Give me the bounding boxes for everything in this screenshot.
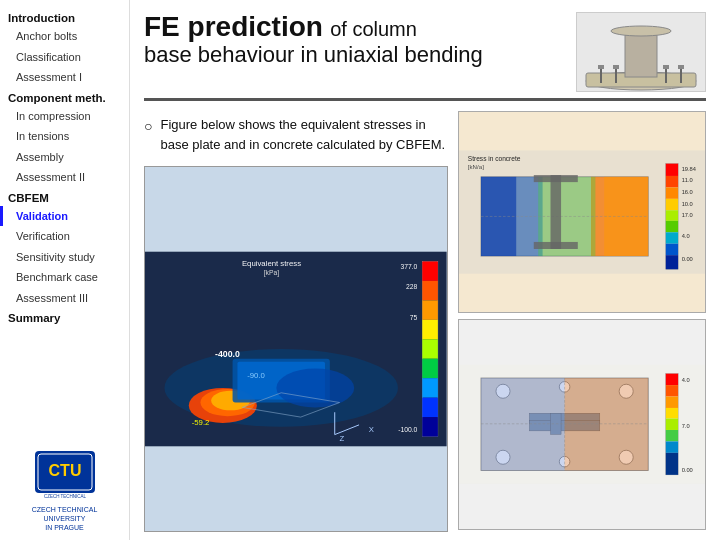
sidebar-logo: CTU CZECH TECHNICAL CZECH TECHNICALUNIVE… — [0, 438, 129, 540]
svg-text:75: 75 — [410, 314, 418, 321]
svg-text:0.00: 0.00 — [681, 256, 692, 262]
svg-text:11.0: 11.0 — [681, 177, 692, 183]
concrete-stress-svg: Stress in concrete [kN/a] — [459, 112, 705, 312]
svg-text:10.0: 10.0 — [681, 201, 692, 207]
svg-text:16.0: 16.0 — [681, 189, 692, 195]
svg-rect-68 — [665, 244, 677, 255]
svg-text:Z: Z — [340, 434, 345, 443]
svg-rect-6 — [625, 31, 657, 77]
svg-rect-35 — [422, 359, 438, 378]
svg-text:4.0: 4.0 — [681, 233, 689, 239]
title-subtitle: base behaviour in uniaxial bending — [144, 43, 483, 67]
sidebar-item-classification[interactable]: Classification — [0, 47, 129, 68]
svg-text:228: 228 — [406, 283, 418, 290]
content-area: ○ Figure below shows the equivalent stre… — [144, 111, 706, 532]
sidebar-item-assembly[interactable]: Assembly — [0, 147, 129, 168]
svg-text:X: X — [369, 425, 375, 434]
column-3d-icon — [581, 13, 701, 91]
sidebar-item-in-tensions[interactable]: In tensions — [0, 126, 129, 147]
svg-text:Equivalent stress: Equivalent stress — [242, 259, 301, 268]
svg-text:CZECH TECHNICAL: CZECH TECHNICAL — [43, 494, 86, 499]
svg-text:[kPa]: [kPa] — [264, 269, 280, 277]
svg-rect-12 — [598, 65, 604, 69]
sidebar-item-verification[interactable]: Verification — [0, 226, 129, 247]
svg-rect-93 — [665, 374, 677, 385]
svg-rect-95 — [665, 397, 677, 408]
svg-rect-33 — [422, 320, 438, 339]
sidebar-item-validation[interactable]: Validation — [0, 206, 129, 227]
right-panel: Stress in concrete [kN/a] — [458, 111, 706, 532]
svg-rect-99 — [665, 441, 677, 452]
sidebar-item-anchor-bolts[interactable]: Anchor bolts — [0, 26, 129, 47]
main-content: FE prediction of column base behaviour i… — [130, 0, 720, 540]
svg-rect-34 — [422, 339, 438, 358]
svg-rect-38 — [422, 417, 438, 436]
svg-rect-14 — [613, 65, 619, 69]
sidebar-item-sensitivity-study[interactable]: Sensitivity study — [0, 247, 129, 268]
svg-rect-59 — [550, 175, 561, 249]
svg-rect-62 — [665, 176, 677, 187]
base-plate-stress-image: 4.0 7.0 0.00 — [458, 319, 706, 530]
sidebar-header-cbfem[interactable]: CBFEM — [0, 188, 129, 206]
svg-point-7 — [611, 26, 671, 36]
svg-text:17.0: 17.0 — [681, 212, 692, 218]
svg-rect-100 — [665, 453, 677, 475]
page-title-row: FE prediction of column base behaviour i… — [144, 12, 706, 101]
svg-rect-64 — [665, 199, 677, 210]
svg-rect-66 — [665, 221, 677, 232]
svg-rect-65 — [665, 210, 677, 221]
svg-text:-400.0: -400.0 — [215, 349, 240, 359]
title-of-column: of column — [330, 18, 417, 40]
svg-text:Stress in concrete: Stress in concrete — [467, 155, 520, 162]
sidebar-item-assessment-ii[interactable]: Assessment II — [0, 167, 129, 188]
svg-text:4.0: 4.0 — [681, 378, 689, 384]
svg-rect-89 — [564, 378, 648, 470]
header-3d-image — [576, 12, 706, 92]
bullet-text: ○ Figure below shows the equivalent stre… — [144, 111, 448, 158]
left-panel: ○ Figure below shows the equivalent stre… — [144, 111, 448, 532]
sidebar-item-assessment-i[interactable]: Assessment I — [0, 67, 129, 88]
svg-text:19.84: 19.84 — [681, 166, 695, 172]
bullet-icon: ○ — [144, 116, 152, 154]
svg-rect-94 — [665, 385, 677, 396]
fem-stress-image: Equivalent stress [kPa] -400.0 -59.2 -90… — [145, 167, 447, 531]
svg-text:[kN/a]: [kN/a] — [467, 163, 483, 170]
logo-text: CZECH TECHNICALUNIVERSITYIN PRAGUE — [32, 505, 98, 532]
svg-rect-36 — [422, 378, 438, 397]
page-title: FE prediction of column base behaviour i… — [144, 12, 483, 67]
svg-rect-13 — [678, 65, 684, 69]
svg-rect-98 — [665, 430, 677, 441]
svg-rect-88 — [481, 378, 565, 470]
base-plate-stress-svg: 4.0 7.0 0.00 — [459, 320, 705, 529]
svg-text:CTU: CTU — [48, 462, 81, 479]
svg-rect-61 — [665, 164, 677, 176]
fem-image-left: Equivalent stress [kPa] -400.0 -59.2 -90… — [144, 166, 448, 532]
svg-text:-100.0: -100.0 — [398, 426, 417, 433]
svg-text:7.0: 7.0 — [681, 423, 689, 429]
svg-text:-59.2: -59.2 — [192, 418, 210, 427]
sidebar: Introduction Anchor bolts Classification… — [0, 0, 130, 540]
svg-rect-37 — [422, 398, 438, 417]
svg-rect-30 — [422, 261, 438, 280]
bullet-content: Figure below shows the equivalent stress… — [160, 115, 447, 154]
svg-text:377.0: 377.0 — [400, 263, 417, 270]
svg-rect-15 — [663, 65, 669, 69]
ctu-logo-icon: CTU CZECH TECHNICAL — [30, 446, 100, 501]
svg-point-23 — [276, 368, 354, 407]
svg-text:-90.0: -90.0 — [247, 371, 265, 380]
svg-rect-32 — [422, 300, 438, 319]
svg-rect-96 — [665, 408, 677, 419]
svg-text:0.00: 0.00 — [681, 467, 692, 473]
svg-rect-63 — [665, 187, 677, 198]
concrete-stress-image: Stress in concrete [kN/a] — [458, 111, 706, 313]
sidebar-header-summary[interactable]: Summary — [0, 308, 129, 326]
sidebar-header-introduction[interactable]: Introduction — [0, 8, 129, 26]
sidebar-header-component-meth[interactable]: Component meth. — [0, 88, 129, 106]
sidebar-item-assessment-iii[interactable]: Assessment III — [0, 288, 129, 309]
title-bold: FE prediction — [144, 11, 323, 42]
svg-rect-69 — [665, 255, 677, 269]
sidebar-item-in-compression[interactable]: In compression — [0, 106, 129, 127]
svg-rect-31 — [422, 281, 438, 300]
svg-rect-97 — [665, 419, 677, 430]
sidebar-item-benchmark-case[interactable]: Benchmark case — [0, 267, 129, 288]
